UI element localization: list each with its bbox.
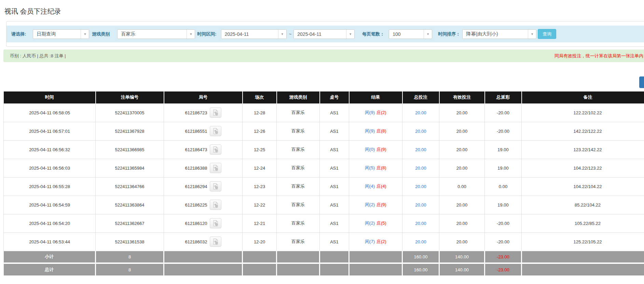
total-bet-cell: 20.00 bbox=[402, 159, 439, 177]
bet-time-cell: 2025-04-11 06:58:05 bbox=[4, 103, 96, 122]
table-number-cell: AS1 bbox=[320, 214, 349, 232]
result-cell: 闲(4)庄(4) bbox=[349, 177, 402, 196]
chevron-down-icon[interactable]: ▼ bbox=[278, 30, 286, 39]
valid-bet-cell: 20.00 bbox=[439, 214, 485, 232]
date-to-select[interactable]: 2025-04-11 ▼ bbox=[293, 29, 355, 39]
date-from-select[interactable]: 2025-04-11 ▼ bbox=[221, 29, 287, 39]
banker-result: 庄(2) bbox=[376, 239, 386, 244]
bet-records-table: 时间 注单编号 局号 场次 游戏类别 桌号 结果 总投注 有效投注 总派彩 备注… bbox=[3, 91, 644, 275]
video-replay-button[interactable] bbox=[210, 181, 221, 191]
bet-id-cell: 522411361538 bbox=[96, 232, 164, 251]
grand-total-total-bet: 160.00 bbox=[402, 263, 439, 275]
query-type-select[interactable]: 日期查询 ▼ bbox=[33, 29, 89, 39]
session-cell: 12-24 bbox=[243, 159, 277, 177]
total-bet-link[interactable]: 20.00 bbox=[415, 147, 426, 152]
table-number-cell: AS1 bbox=[320, 122, 349, 140]
search-button[interactable]: 查询 bbox=[538, 29, 556, 39]
total-bet-cell: 20.00 bbox=[402, 140, 439, 159]
table-row: 2025-04-11 06:57:01 522411367928 6121865… bbox=[4, 122, 644, 140]
total-bet-link[interactable]: 20.00 bbox=[415, 202, 426, 208]
round-cell: 612186723 bbox=[164, 103, 243, 122]
video-replay-button[interactable] bbox=[210, 163, 221, 173]
per-page-select[interactable]: 100 ▼ bbox=[389, 29, 432, 39]
total-bet-link[interactable]: 20.00 bbox=[415, 221, 426, 226]
video-replay-button[interactable] bbox=[210, 237, 221, 247]
game-type-cell: 百家乐 bbox=[277, 214, 320, 232]
player-result: 闲(0) bbox=[365, 147, 375, 152]
valid-bet-cell: 20.00 bbox=[439, 196, 485, 214]
round-cell: 612186551 bbox=[164, 122, 243, 140]
remark-cell: 105.22/85.22 bbox=[522, 214, 644, 232]
summary-note: 同局有效投注，统一计算在该局第一张注单内 bbox=[554, 53, 643, 59]
film-icon bbox=[212, 109, 219, 116]
filter-bar: 请选择: 日期查询 ▼ 游戏类别 百家乐 ▼ 时间区间: 2025-04-11 … bbox=[6, 26, 644, 42]
table-number-cell: AS1 bbox=[320, 196, 349, 214]
grand-total-row: 总计 8 160.00 140.00 -23.00 bbox=[4, 263, 644, 275]
film-icon bbox=[212, 128, 219, 134]
header-table-no: 桌号 bbox=[320, 91, 349, 103]
chevron-down-icon[interactable]: ▼ bbox=[528, 30, 536, 39]
video-replay-button[interactable] bbox=[210, 144, 221, 155]
chevron-down-icon[interactable]: ▼ bbox=[424, 30, 432, 39]
payout-cell: 19.00 bbox=[485, 140, 522, 159]
valid-bet-cell: 20.00 bbox=[439, 103, 485, 122]
video-replay-button[interactable] bbox=[210, 126, 221, 136]
cut-off-button[interactable] bbox=[639, 76, 644, 88]
tilde-separator: ~ bbox=[289, 31, 292, 37]
subtotal-label: 小计 bbox=[4, 251, 96, 263]
chevron-down-icon[interactable]: ▼ bbox=[187, 30, 195, 39]
game-type-cell: 百家乐 bbox=[277, 232, 320, 251]
remark-cell: 125.22/105.22 bbox=[522, 232, 644, 251]
video-replay-button[interactable] bbox=[210, 108, 221, 118]
result-cell: 闲(5)庄(8) bbox=[349, 159, 402, 177]
film-icon bbox=[212, 238, 219, 245]
bet-id-cell: 522411363864 bbox=[96, 196, 164, 214]
game-type-cell: 百家乐 bbox=[277, 177, 320, 196]
round-number: 612186032 bbox=[185, 239, 207, 244]
bet-id-cell: 522411366985 bbox=[96, 140, 164, 159]
session-cell: 12-23 bbox=[243, 177, 277, 196]
round-cell: 612186294 bbox=[164, 177, 243, 196]
time-sort-select[interactable]: 降幂(由大到小) ▼ bbox=[462, 29, 536, 39]
total-bet-link[interactable]: 20.00 bbox=[415, 110, 426, 115]
valid-bet-cell: 20.00 bbox=[439, 140, 485, 159]
bet-id-cell: 522411364766 bbox=[96, 177, 164, 196]
table-row: 2025-04-11 06:55:28 522411364766 6121862… bbox=[4, 177, 644, 196]
header-result: 结果 bbox=[349, 91, 402, 103]
game-type-select[interactable]: 百家乐 ▼ bbox=[117, 29, 195, 39]
chevron-down-icon[interactable]: ▼ bbox=[346, 30, 354, 39]
total-bet-link[interactable]: 20.00 bbox=[415, 166, 426, 171]
total-bet-link[interactable]: 20.00 bbox=[415, 239, 426, 244]
remark-cell: 104.22/123.22 bbox=[522, 159, 644, 177]
payout-cell: -20.00 bbox=[485, 103, 522, 122]
total-bet-link[interactable]: 20.00 bbox=[415, 129, 426, 134]
total-bet-link[interactable]: 20.00 bbox=[415, 184, 426, 189]
payout-cell: -20.00 bbox=[485, 232, 522, 251]
player-result: 闲(9) bbox=[365, 128, 375, 133]
remark-cell: 104.22/104.22 bbox=[522, 177, 644, 196]
round-number: 612186551 bbox=[185, 129, 207, 134]
remark-cell: 123.22/142.22 bbox=[522, 140, 644, 159]
round-number: 612186473 bbox=[185, 147, 207, 152]
session-cell: 12-28 bbox=[243, 103, 277, 122]
banker-result: 庄(2) bbox=[376, 110, 386, 115]
header-time: 时间 bbox=[4, 91, 96, 103]
video-replay-button[interactable] bbox=[210, 200, 221, 210]
subtotal-row: 小计 8 160.00 140.00 -23.00 bbox=[4, 251, 644, 263]
chevron-down-icon[interactable]: ▼ bbox=[81, 30, 89, 39]
bet-time-cell: 2025-04-11 06:54:20 bbox=[4, 214, 96, 232]
header-game-type: 游戏类别 bbox=[277, 91, 320, 103]
banker-result: 庄(4) bbox=[376, 184, 386, 189]
header-remark: 备注 bbox=[522, 91, 644, 103]
time-sort-label: 时间排序： bbox=[438, 31, 460, 37]
summary-totals: 币别 : 人民币 | 总共 :8 注单 | bbox=[10, 53, 66, 59]
header-session: 场次 bbox=[243, 91, 277, 103]
video-replay-button[interactable] bbox=[210, 218, 221, 228]
total-bet-cell: 20.00 bbox=[402, 214, 439, 232]
banker-result: 庄(5) bbox=[376, 221, 386, 226]
round-cell: 612186388 bbox=[164, 159, 243, 177]
player-result: 闲(9) bbox=[365, 110, 375, 115]
grand-total-payout: -23.00 bbox=[485, 263, 522, 275]
banker-result: 庄(9) bbox=[376, 202, 386, 207]
date-from-value: 2025-04-11 bbox=[221, 30, 278, 39]
